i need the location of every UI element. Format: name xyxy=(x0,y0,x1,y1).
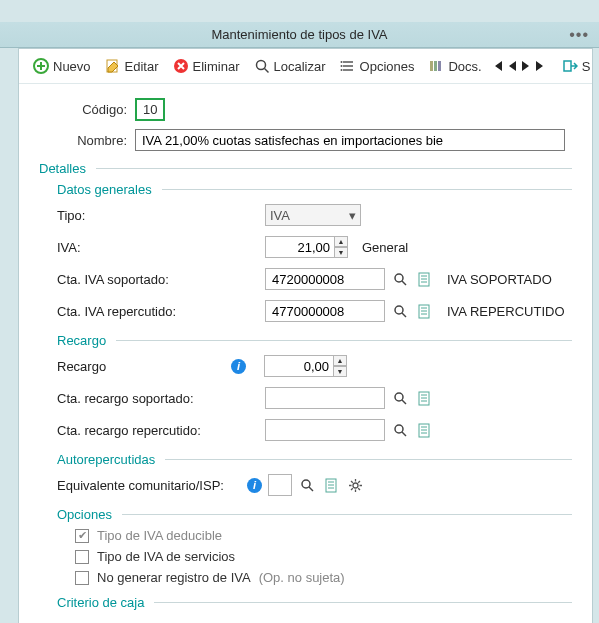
editar-label: Editar xyxy=(125,59,159,74)
nombre-field[interactable] xyxy=(135,129,565,151)
recargo-label: Recargo xyxy=(57,359,227,374)
cta-rep-input[interactable] xyxy=(265,300,385,322)
docs-icon xyxy=(428,58,444,74)
iva-input[interactable] xyxy=(265,236,335,258)
svg-point-18 xyxy=(302,480,310,488)
svg-point-3 xyxy=(256,61,265,70)
chk-servicios-label: Tipo de IVA de servicios xyxy=(97,549,235,564)
svg-point-12 xyxy=(395,306,403,314)
cta-rep-desc: IVA REPERCUTIDO xyxy=(447,304,565,319)
main-panel: Nuevo Editar Eliminar Localizar xyxy=(18,48,593,623)
cta-sop-search-button[interactable] xyxy=(391,270,409,288)
equiv-search-button[interactable] xyxy=(298,476,316,494)
recargo-input[interactable] xyxy=(264,355,334,377)
chk-nogenerar-label: No generar registro de IVA xyxy=(97,570,251,585)
toolbar: Nuevo Editar Eliminar Localizar xyxy=(19,49,592,84)
svg-point-4 xyxy=(340,61,342,63)
recargo-spinner[interactable]: ▲▼ xyxy=(333,355,347,377)
iva-desc: General xyxy=(362,240,408,255)
eliminar-label: Eliminar xyxy=(193,59,240,74)
svg-point-16 xyxy=(395,425,403,433)
cta-rep-label: Cta. IVA repercutido: xyxy=(57,304,265,319)
section-opciones: Opciones xyxy=(57,507,572,522)
equiv-doc-button[interactable] xyxy=(322,476,340,494)
nav-prev-button[interactable] xyxy=(506,56,518,76)
chk-nogenerar-row[interactable]: No generar registro de IVA (Op. no sujet… xyxy=(57,570,572,585)
spin-up-icon[interactable]: ▲ xyxy=(334,236,348,247)
chk-deducible-row[interactable]: Tipo de IVA deducible xyxy=(57,528,572,543)
equiv-gear-button[interactable] xyxy=(346,476,364,494)
editar-button[interactable]: Editar xyxy=(99,55,165,77)
eliminar-button[interactable]: Eliminar xyxy=(167,55,246,77)
window-title: Mantenimiento de tipos de IVA xyxy=(211,27,387,42)
chk-deducible-label: Tipo de IVA deducible xyxy=(97,528,222,543)
cta-sop-desc: IVA SOPORTADO xyxy=(447,272,552,287)
section-criterio-caja: Criterio de caja xyxy=(57,595,572,610)
svg-point-14 xyxy=(395,393,403,401)
info-icon[interactable]: i xyxy=(231,359,246,374)
spin-down-icon[interactable]: ▼ xyxy=(334,247,348,258)
delete-icon xyxy=(173,58,189,74)
section-datos-generales: Datos generales xyxy=(57,182,572,197)
equiv-input[interactable] xyxy=(268,474,292,496)
export-button[interactable]: S xyxy=(556,55,597,77)
rec-sop-label: Cta. recargo soportado: xyxy=(57,391,265,406)
svg-point-5 xyxy=(340,65,342,67)
chevron-down-icon: ▾ xyxy=(349,208,356,223)
spin-up-icon[interactable]: ▲ xyxy=(333,355,347,366)
chk-servicios-row[interactable]: Tipo de IVA de servicios xyxy=(57,549,572,564)
svg-rect-7 xyxy=(430,61,433,71)
rec-sop-input[interactable] xyxy=(265,387,385,409)
codigo-field[interactable]: 10 xyxy=(135,98,165,121)
iva-spinner[interactable]: ▲▼ xyxy=(334,236,348,258)
svg-point-6 xyxy=(340,69,342,71)
more-icon[interactable]: ••• xyxy=(569,26,589,44)
nombre-label: Nombre: xyxy=(77,133,135,148)
section-autorepercutidas: Autorepercutidas xyxy=(57,452,572,467)
spin-down-icon[interactable]: ▼ xyxy=(333,366,347,377)
export-icon xyxy=(562,58,578,74)
cta-rep-doc-button[interactable] xyxy=(415,302,433,320)
nav-last-button[interactable] xyxy=(534,56,548,76)
opciones-button[interactable]: Opciones xyxy=(334,55,421,77)
plus-icon xyxy=(33,58,49,74)
opciones-label: Opciones xyxy=(360,59,415,74)
list-icon xyxy=(340,58,356,74)
rec-rep-label: Cta. recargo repercutido: xyxy=(57,423,265,438)
cta-sop-doc-button[interactable] xyxy=(415,270,433,288)
menubar xyxy=(0,4,599,22)
tipo-select[interactable]: IVA ▾ xyxy=(265,204,361,226)
section-recargo: Recargo xyxy=(57,333,572,348)
content: Código: 10 Nombre: Detalles Datos genera… xyxy=(19,84,592,623)
nuevo-label: Nuevo xyxy=(53,59,91,74)
pencil-icon xyxy=(105,58,121,74)
checkbox-icon[interactable] xyxy=(75,571,89,585)
iva-label: IVA: xyxy=(57,240,227,255)
checkbox-checked-icon[interactable] xyxy=(75,529,89,543)
docs-button[interactable]: Docs. xyxy=(422,55,487,77)
cta-rep-search-button[interactable] xyxy=(391,302,409,320)
svg-rect-8 xyxy=(434,61,437,71)
export-label: S xyxy=(582,59,591,74)
info-icon[interactable]: i xyxy=(247,478,262,493)
nav-next-button[interactable] xyxy=(520,56,532,76)
search-icon xyxy=(254,58,270,74)
rec-rep-input[interactable] xyxy=(265,419,385,441)
checkbox-icon[interactable] xyxy=(75,550,89,564)
tipo-value: IVA xyxy=(270,208,290,223)
section-detalles: Detalles xyxy=(39,161,572,176)
svg-point-20 xyxy=(353,483,358,488)
codigo-label: Código: xyxy=(77,102,135,117)
titlebar: Mantenimiento de tipos de IVA ••• xyxy=(0,22,599,48)
rec-rep-search-button[interactable] xyxy=(391,421,409,439)
rec-sop-search-button[interactable] xyxy=(391,389,409,407)
nuevo-button[interactable]: Nuevo xyxy=(27,55,97,77)
cta-sop-input[interactable] xyxy=(265,268,385,290)
chk-nogenerar-note: (Op. no sujeta) xyxy=(259,570,345,585)
rec-rep-doc-button[interactable] xyxy=(415,421,433,439)
cta-sop-label: Cta. IVA soportado: xyxy=(57,272,265,287)
localizar-button[interactable]: Localizar xyxy=(248,55,332,77)
rec-sop-doc-button[interactable] xyxy=(415,389,433,407)
localizar-label: Localizar xyxy=(274,59,326,74)
nav-first-button[interactable] xyxy=(490,56,504,76)
